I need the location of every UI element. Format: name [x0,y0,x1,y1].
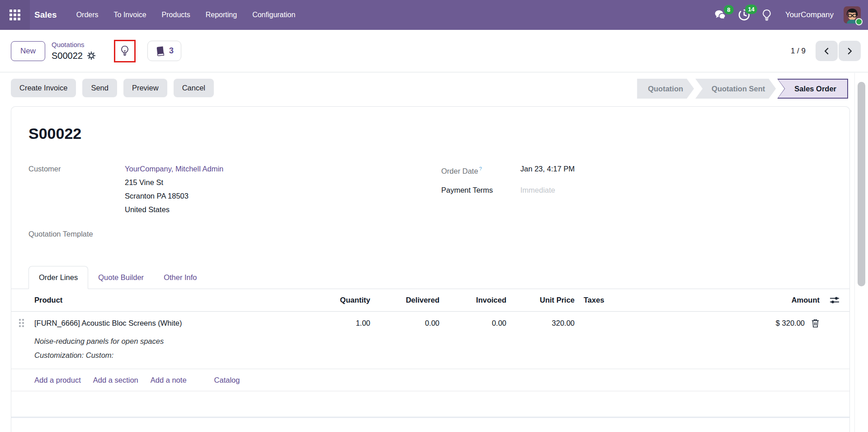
tips-lightbulb-button[interactable] [120,45,129,57]
create-invoice-button[interactable]: Create Invoice [11,79,76,97]
customer-link[interactable]: YourCompany, Mitchell Admin [125,162,223,176]
annotation-highlight-box [114,40,136,62]
app-name[interactable]: Sales [34,10,57,20]
tab-order-lines[interactable]: Order Lines [28,266,88,289]
add-section-link[interactable]: Add a section [93,376,138,385]
help-question-mark: ? [479,166,482,171]
header-amount[interactable]: Amount [651,296,820,304]
totals-separator [11,417,849,418]
breadcrumb: Quotations S00022 [52,40,96,62]
add-product-link[interactable]: Add a product [34,376,81,385]
line-description-2[interactable]: Customization: Custom: [34,348,849,362]
order-date-value[interactable]: Jan 23, 4:17 PM [520,162,575,178]
tab-quote-builder[interactable]: Quote Builder [88,266,154,289]
status-step-quotation-sent[interactable]: Quotation Sent [695,79,776,99]
messages-count-badge: 8 [724,5,734,14]
chevron-left-icon [824,47,829,55]
activities-count-badge: 14 [745,5,757,14]
pager-indicator[interactable]: 1 / 9 [791,47,806,56]
order-line-row: [FURN_6666] Acoustic Bloc Screens (White… [11,312,849,369]
tab-other-info[interactable]: Other Info [154,266,207,289]
order-sheet: S00022 Customer YourCompany, Mitchell Ad… [11,106,850,432]
pager-previous-button[interactable] [816,41,838,61]
scrollbar-track[interactable] [854,73,868,432]
activities-button[interactable]: 14 [738,9,750,21]
order-title[interactable]: S00022 [28,125,832,142]
header-taxes[interactable]: Taxes [575,296,651,304]
record-actions-button[interactable] [87,51,96,60]
customer-address-line1: 215 Vine St [125,176,223,189]
company-switcher[interactable]: YourCompany [785,10,834,19]
drag-handle[interactable] [19,319,24,327]
top-navbar: Sales Orders To Invoice Products Reporti… [0,0,868,30]
menu-products[interactable]: Products [154,0,198,30]
record-notes-button[interactable]: 3 [147,41,181,61]
status-step-sales-order[interactable]: Sales Order [777,79,848,99]
optional-columns-button[interactable] [830,296,840,304]
cell-delivered[interactable]: 0.00 [370,319,439,328]
online-status-dot [855,18,863,25]
quotation-template-label: Quotation Template [28,227,125,241]
book-icon [155,45,165,56]
menu-orders[interactable]: Orders [69,0,106,30]
cell-amount: $ 320.00 [776,319,805,328]
payment-terms-label: Payment Terms [441,183,520,197]
delete-line-button[interactable] [811,318,820,328]
order-lines-footer: Add a product Add a section Add a note C… [11,369,849,391]
menu-configuration[interactable]: Configuration [245,0,303,30]
menu-reporting[interactable]: Reporting [198,0,245,30]
preview-button[interactable]: Preview [123,79,167,97]
header-product[interactable]: Product [31,296,311,304]
control-panel: New Quotations S00022 [0,30,868,72]
form-view: Create Invoice Send Preview Cancel Quota… [0,73,854,432]
send-button[interactable]: Send [82,79,117,97]
breadcrumb-quotations[interactable]: Quotations [52,40,96,49]
menu-to-invoice[interactable]: To Invoice [106,0,154,30]
record-notes-count: 3 [169,46,174,56]
catalog-link[interactable]: Catalog [214,376,240,385]
lightbulb-icon [762,9,772,21]
status-bar: Quotation Quotation Sent Sales Order [637,79,848,99]
cancel-button[interactable]: Cancel [174,79,214,97]
status-step-quotation[interactable]: Quotation [637,79,694,99]
add-note-link[interactable]: Add a note [151,376,187,385]
onboarding-tips-button[interactable] [762,9,772,21]
action-bar: Create Invoice Send Preview Cancel Quota… [0,73,854,99]
cell-unit-price[interactable]: 320.00 [506,319,575,328]
order-date-label: Order Date? [441,162,520,178]
header-delivered[interactable]: Delivered [370,296,439,304]
lightbulb-icon [120,45,129,57]
apps-menu-button[interactable] [0,0,30,30]
customer-label: Customer [28,162,125,216]
new-button[interactable]: New [11,41,45,61]
pager-next-button[interactable] [839,41,861,61]
customer-address-line3: United States [125,203,223,216]
messages-button[interactable]: 8 [714,9,726,21]
header-quantity[interactable]: Quantity [311,296,370,304]
notebook-tabs: Order Lines Quote Builder Other Info [11,266,849,289]
user-menu-button[interactable] [844,6,861,24]
breadcrumb-current: S00022 [52,49,83,62]
header-unit-price[interactable]: Unit Price [506,296,575,304]
header-invoiced[interactable]: Invoiced [439,296,506,304]
cell-quantity[interactable]: 1.00 [311,319,370,328]
scrollbar-thumb[interactable] [858,82,865,286]
payment-terms-field[interactable]: Immediate [520,183,555,197]
empty-lines-area [11,391,849,417]
line-description-1[interactable]: Noise-reducing panels for open spaces [34,334,849,348]
trash-icon [811,318,820,328]
apps-grid-icon [9,9,20,20]
customer-address-line2: Scranton PA 18503 [125,189,223,203]
chevron-right-icon [847,47,852,55]
cell-invoiced[interactable]: 0.00 [439,319,506,328]
order-lines-header: Product Quantity Delivered Invoiced Unit… [11,289,849,312]
gear-icon [87,51,96,60]
cell-product-name[interactable]: [FURN_6666] Acoustic Bloc Screens (White… [31,319,311,328]
column-sliders-icon [830,296,840,304]
